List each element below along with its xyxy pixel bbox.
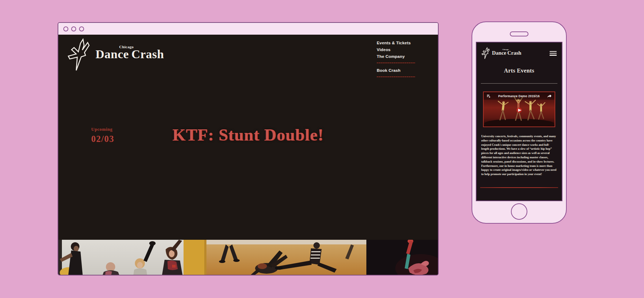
nav-item-book-crash[interactable]: Book Crash: [377, 67, 415, 74]
nav-item-the-company[interactable]: The Company: [377, 53, 415, 60]
group-dancers-photo[interactable]: [58, 240, 184, 275]
mobile-body-text: University concerts, festivals, communit…: [481, 134, 557, 177]
group-dancers-illustration: [58, 240, 184, 275]
browser-titlebar: [58, 23, 438, 35]
studio-floor-dancers-photo[interactable]: [184, 240, 366, 275]
nav-item-videos[interactable]: Videos: [377, 46, 415, 53]
logo-wordmark: ChicagoDanceCrash: [96, 48, 164, 61]
mobile-red-divider: [480, 187, 558, 188]
playlist-icon: [487, 94, 491, 98]
window-control-icon[interactable]: [79, 26, 84, 31]
browser-window: ChicagoDanceCrash Events & Tickets Video…: [58, 22, 439, 275]
design-mockup-scene: ChicagoDanceCrash Events & Tickets Video…: [0, 0, 644, 298]
main-navigation: Events & Tickets Videos The Company Book…: [377, 40, 415, 77]
dancer-logo-icon: [65, 38, 93, 72]
phone-home-button[interactable]: [511, 203, 527, 220]
mobile-page-title: Arts Events: [477, 68, 562, 74]
title-divider: [481, 83, 557, 84]
nav-item-events-tickets[interactable]: Events & Tickets: [377, 40, 415, 46]
mobile-header: ChicagoDanceCrash: [477, 43, 562, 60]
video-title-bar: Performance Demo 2015/16: [484, 92, 555, 100]
site-logo[interactable]: ChicagoDanceCrash: [481, 47, 521, 60]
phone-mockup: ChicagoDanceCrash Arts Events: [472, 21, 567, 224]
event-title: KTF: Stunt Double!: [58, 125, 438, 144]
share-icon[interactable]: [547, 94, 552, 98]
logo-word-2: Crash: [507, 50, 521, 56]
photo-strip: [58, 240, 438, 275]
nav-divider: [377, 76, 415, 77]
logo-word-2: Crash: [131, 48, 164, 61]
logo-wordmark: ChicagoDanceCrash: [492, 50, 521, 56]
dancer-logo-icon: [481, 47, 491, 60]
window-control-icon[interactable]: [63, 26, 68, 31]
mobile-site-viewport: ChicagoDanceCrash Arts Events: [476, 42, 562, 201]
logo-city-label: Chicago: [502, 49, 509, 50]
site-logo[interactable]: ChicagoDanceCrash: [65, 38, 164, 72]
logo-city-label: Chicago: [119, 45, 134, 49]
video-title: Performance Demo 2015/16: [491, 94, 547, 98]
window-control-icon[interactable]: [71, 26, 76, 31]
logo-word-1: Dance: [492, 50, 506, 56]
logo-word-1: Dance: [96, 48, 129, 61]
studio-floor-illustration: [184, 240, 366, 275]
video-thumbnail[interactable]: Performance Demo 2015/16: [483, 91, 555, 127]
hamburger-menu-icon[interactable]: [550, 51, 557, 56]
stage-dancer-illustration: [366, 240, 438, 275]
phone-speaker: [510, 31, 528, 36]
stage-dancer-photo[interactable]: [366, 240, 438, 275]
nav-divider: [377, 63, 415, 63]
desktop-site-viewport: ChicagoDanceCrash Events & Tickets Video…: [58, 35, 438, 275]
